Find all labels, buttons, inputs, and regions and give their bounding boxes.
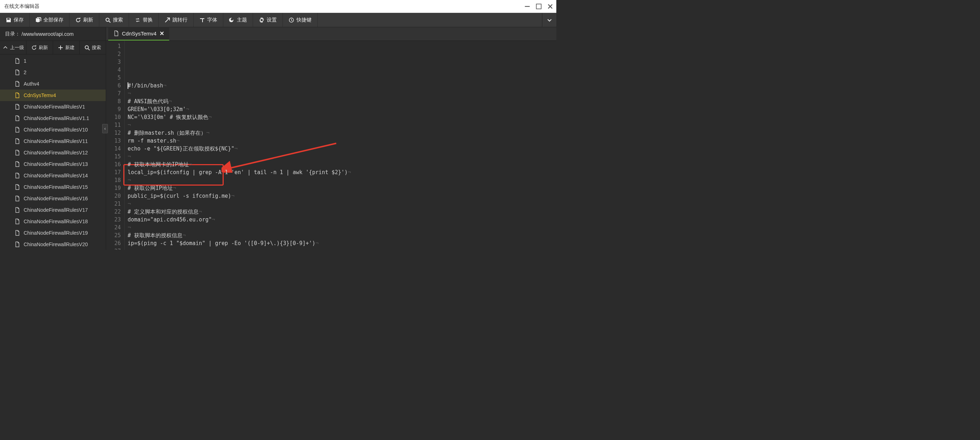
file-name: ChinaNodeFirewallRulesV1 (24, 104, 85, 110)
code-line[interactable]: local_ip=$(ifconfig | grep -A 1 'en' | t… (127, 168, 556, 176)
save-all-button[interactable]: 全部保存 (30, 13, 70, 27)
file-item[interactable]: Authv4 (0, 78, 106, 90)
code-line[interactable]: public_ip=$(curl -s ifconfig.me)¬ (127, 192, 556, 200)
new-label: 新建 (65, 44, 75, 51)
line-number: 23 (106, 216, 121, 224)
shortcuts-button[interactable]: 快捷键 (283, 13, 318, 27)
goto-button[interactable]: 跳转行 (159, 13, 194, 27)
code-line[interactable]: #!/bin/bash¬ (127, 82, 556, 90)
sidebar-collapse-button[interactable]: ‹ (102, 124, 108, 133)
line-number: 19 (106, 184, 121, 192)
sidebar: 目录： /www/wwwroot/api.com 上一级 刷新 新建 搜索 12… (0, 27, 106, 250)
file-icon (14, 127, 20, 133)
file-name: ChinaNodeFirewallRulesV14 (24, 173, 88, 178)
code-line[interactable]: # ANSI颜色代码¬ (127, 97, 556, 105)
save-icon (6, 17, 11, 23)
code-line[interactable]: rm -f master.sh¬ (127, 137, 556, 145)
minimize-icon[interactable] (524, 3, 530, 10)
code-line[interactable]: ¬ (127, 224, 556, 232)
refresh-button[interactable]: 刷新 (70, 13, 99, 27)
code-content[interactable]: #!/bin/bash¬¬# ANSI颜色代码¬GREEN='\033[0;32… (125, 41, 556, 250)
code-line[interactable]: ip=$(ping -c 1 "$domain" | grep -Eo '([0… (127, 239, 556, 247)
main-toolbar: 保存 全部保存 刷新 搜索 替换 跳转行 字体 主题 设置 快捷键 (0, 13, 556, 27)
code-line[interactable]: ¬ (127, 247, 556, 250)
svg-rect-1 (536, 4, 541, 9)
sidebar-search-button[interactable]: 搜索 (80, 41, 106, 54)
file-item[interactable]: ChinaNodeFirewallRulesV17 (0, 204, 106, 216)
goto-icon (164, 17, 170, 23)
code-line[interactable]: echo -e "${GREEN}正在领取授权${NC}"¬ (127, 145, 556, 152)
code-line[interactable]: # 删除master.sh（如果存在）¬ (127, 129, 556, 137)
code-line[interactable]: ¬ (127, 176, 556, 184)
code-line[interactable]: NC='\033[0m' # 恢复默认颜色¬ (127, 113, 556, 121)
code-line[interactable]: # 获取本地网卡的IP地址¬ (127, 160, 556, 168)
file-item[interactable]: ChinaNodeFirewallRulesV14 (0, 170, 106, 181)
file-item[interactable]: CdnSysTemv4 (0, 90, 106, 101)
file-item[interactable]: ChinaNodeFirewallRulesV20 (0, 238, 106, 250)
settings-button[interactable]: 设置 (253, 13, 283, 27)
line-number: 27 (106, 247, 121, 250)
file-icon (14, 150, 20, 156)
save-button[interactable]: 保存 (0, 13, 30, 27)
file-item[interactable]: ChinaNodeFirewallRulesV12 (0, 147, 106, 158)
file-item[interactable]: ChinaNodeFirewallRulesV19 (0, 227, 106, 238)
file-icon (14, 81, 20, 87)
line-number: 18 (106, 176, 121, 184)
path-label: 目录： (5, 31, 20, 37)
file-icon (14, 184, 20, 190)
file-icon (113, 30, 119, 36)
code-line[interactable]: domain="api.cdn456.eu.org"¬ (127, 216, 556, 224)
file-name: CdnSysTemv4 (24, 92, 56, 98)
code-line[interactable]: ¬ (127, 121, 556, 129)
font-button[interactable]: 字体 (194, 13, 223, 27)
file-tree[interactable]: 12Authv4CdnSysTemv4ChinaNodeFirewallRule… (0, 54, 106, 250)
line-number: 11 (106, 121, 121, 129)
code-line[interactable]: # 定义脚本和对应的授权信息¬ (127, 208, 556, 216)
file-item[interactable]: ChinaNodeFirewallRulesV15 (0, 181, 106, 193)
new-button[interactable]: 新建 (53, 41, 80, 54)
file-icon (14, 138, 20, 144)
search-button[interactable]: 搜索 (99, 13, 129, 27)
file-icon (14, 115, 20, 121)
line-number: 3 (106, 58, 121, 66)
file-item[interactable]: ChinaNodeFirewallRulesV10 (0, 124, 106, 135)
line-number: 14 (106, 145, 121, 152)
line-number: 15 (106, 152, 121, 160)
code-line[interactable]: # 获取脚本的授权信息¬ (127, 232, 556, 239)
close-icon[interactable] (547, 3, 554, 10)
theme-label: 主题 (237, 17, 247, 23)
sidebar-refresh-button[interactable]: 刷新 (27, 41, 53, 54)
file-item[interactable]: ChinaNodeFirewallRulesV11 (0, 135, 106, 147)
tab-close-icon[interactable]: ✕ (159, 30, 164, 37)
file-item[interactable]: ChinaNodeFirewallRulesV16 (0, 193, 106, 204)
code-line[interactable]: # 获取公网IP地址¬ (127, 184, 556, 192)
file-item[interactable]: 1 (0, 55, 106, 67)
line-number: 1 (106, 42, 121, 50)
file-item[interactable]: ChinaNodeFirewallRulesV13 (0, 158, 106, 170)
file-item[interactable]: 2 (0, 67, 106, 78)
sidebar-refresh-label: 刷新 (39, 44, 48, 51)
maximize-icon[interactable] (536, 3, 542, 10)
line-number: 24 (106, 224, 121, 232)
file-name: Authv4 (24, 81, 40, 87)
tab-active[interactable]: CdnSysTemv4 ✕ (108, 27, 169, 40)
file-icon (14, 173, 20, 178)
theme-button[interactable]: 主题 (223, 13, 253, 27)
line-number: 12 (106, 129, 121, 137)
font-icon (199, 17, 205, 23)
code-line[interactable]: ¬ (127, 200, 556, 208)
tab-title: CdnSysTemv4 (122, 30, 157, 37)
code-line[interactable]: ¬ (127, 152, 556, 160)
file-item[interactable]: ChinaNodeFirewallRulesV1 (0, 101, 106, 113)
toolbar-more-button[interactable] (542, 13, 556, 27)
refresh-icon (31, 45, 37, 51)
replace-button[interactable]: 替换 (129, 13, 159, 27)
up-button[interactable]: 上一级 (0, 41, 27, 54)
file-item[interactable]: ChinaNodeFirewallRulesV18 (0, 216, 106, 227)
file-item[interactable]: ChinaNodeFirewallRulesV1.1 (0, 113, 106, 124)
file-icon (14, 104, 20, 110)
code-editor[interactable]: 1234567891011121314151617181920212223242… (106, 41, 556, 250)
code-line[interactable]: ¬ (127, 90, 556, 97)
sidebar-toolbar: 上一级 刷新 新建 搜索 (0, 41, 106, 54)
code-line[interactable]: GREEN='\033[0;32m'¬ (127, 105, 556, 113)
